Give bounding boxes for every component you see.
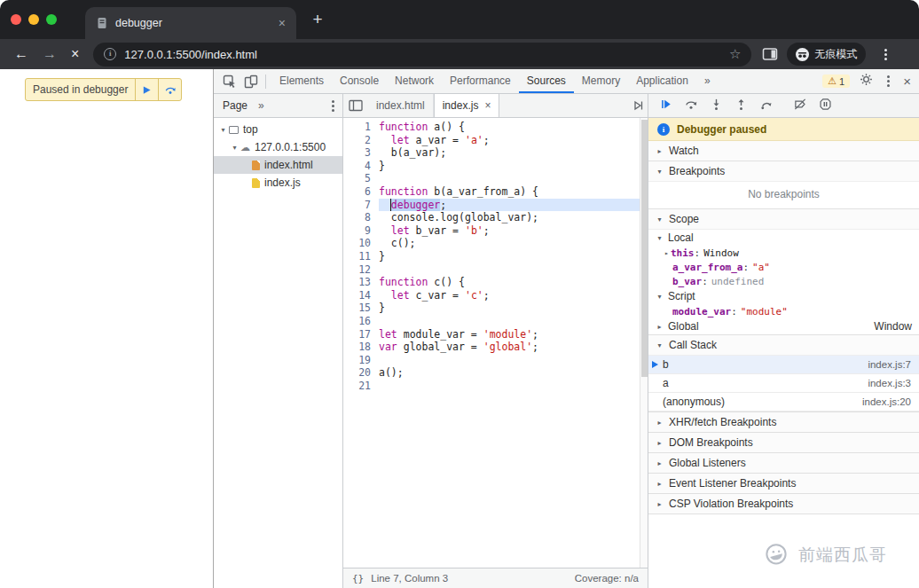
editor-overflow-icon[interactable]	[632, 94, 648, 117]
scope-variable-b-var[interactable]: b_var: undefined	[648, 274, 919, 288]
line-number[interactable]: 7	[343, 199, 379, 212]
stop-loading-icon[interactable]: ×	[71, 46, 79, 62]
line-number[interactable]: 1	[343, 121, 379, 134]
new-tab-button[interactable]: +	[307, 9, 328, 30]
step-icon[interactable]	[759, 98, 774, 114]
scope-variable-a-var-from-a[interactable]: a_var_from_a: "a"	[648, 260, 919, 274]
line-number[interactable]: 9	[343, 224, 379, 238]
code-text[interactable]	[379, 354, 640, 367]
code-text[interactable]: function c() {	[379, 276, 640, 289]
minimize-window-button[interactable]	[28, 14, 39, 25]
line-number[interactable]: 5	[343, 172, 379, 185]
code-text[interactable]: let a_var = 'a';	[379, 134, 640, 147]
line-number[interactable]: 11	[343, 250, 379, 263]
line-number[interactable]: 6	[343, 185, 379, 199]
step-into-icon[interactable]	[710, 98, 723, 114]
devtools-tab-performance[interactable]: Performance	[442, 69, 519, 93]
tree-item-index-js[interactable]: index.js	[214, 174, 342, 192]
overlay-step-over-button[interactable]	[158, 78, 181, 101]
navigator-tab-page[interactable]: Page	[223, 99, 247, 112]
browser-tab[interactable]: debugger ×	[85, 7, 296, 39]
section-header-dom-breakpoints[interactable]: ▸DOM Breakpoints	[648, 433, 919, 452]
line-number[interactable]: 12	[343, 263, 379, 277]
code-text[interactable]: c();	[379, 237, 640, 250]
scope-variable-this[interactable]: ▸this: Window	[648, 246, 919, 260]
tree-item-127-0-0-1-5500[interactable]: ▾☁127.0.0.1:5500	[214, 138, 342, 156]
overlay-resume-button[interactable]	[135, 78, 158, 101]
editor-scrollbar[interactable]	[640, 118, 648, 568]
code-text[interactable]: a();	[379, 366, 640, 380]
scope-group-local[interactable]: ▾Local	[648, 230, 919, 246]
devtools-tab-application[interactable]: Application	[628, 69, 696, 93]
line-number[interactable]: 3	[343, 146, 379, 160]
editor-tab-index-html[interactable]: index.html	[368, 94, 434, 117]
line-number[interactable]: 16	[343, 315, 379, 328]
code-text[interactable]	[379, 380, 640, 393]
watch-section-header[interactable]: ▸ Watch	[648, 141, 919, 161]
line-number[interactable]: 18	[343, 341, 379, 354]
bookmark-star-icon[interactable]: ☆	[729, 46, 741, 62]
code-text[interactable]: function b(a_var_from_a) {	[379, 185, 640, 199]
call-stack-frame-a[interactable]: aindex.js:3	[648, 374, 919, 393]
code-text[interactable]	[379, 315, 640, 328]
code-text[interactable]: b(a_var);	[379, 146, 640, 160]
call-stack-frame-anonymous[interactable]: (anonymous)index.js:20	[648, 393, 919, 412]
code-text[interactable]: let b_var = 'b';	[379, 224, 640, 238]
code-text[interactable]: }	[379, 250, 640, 263]
navigator-menu-icon[interactable]	[326, 98, 339, 114]
code-text[interactable]: }	[379, 302, 640, 315]
section-header-csp-violation-breakpoints[interactable]: ▸CSP Violation Breakpoints	[648, 494, 919, 514]
devtools-tab-console[interactable]: Console	[332, 69, 387, 93]
line-number[interactable]: 21	[343, 380, 379, 393]
devtools-tab-network[interactable]: Network	[387, 69, 442, 93]
code-text[interactable]: console.log(global_var);	[379, 211, 640, 224]
devtools-tab-elements[interactable]: Elements	[271, 69, 332, 93]
close-tab-icon[interactable]: ×	[484, 99, 491, 112]
tab-close-icon[interactable]: ×	[279, 16, 286, 30]
step-over-icon[interactable]	[684, 98, 698, 114]
section-header-event-listener-breakpoints[interactable]: ▸Event Listener Breakpoints	[648, 474, 919, 493]
side-panel-icon[interactable]	[762, 47, 778, 61]
devtools-settings-gear-icon[interactable]	[860, 73, 873, 90]
line-number[interactable]: 13	[343, 276, 379, 289]
call-stack-frame-b[interactable]: bindex.js:7	[648, 356, 919, 374]
line-number[interactable]: 20	[343, 366, 379, 380]
scrollbar-thumb[interactable]	[641, 120, 648, 377]
line-number[interactable]: 8	[343, 211, 379, 224]
call-stack-section-header[interactable]: ▾ Call Stack	[648, 335, 919, 355]
line-number[interactable]: 10	[343, 237, 379, 250]
editor-tab-index-js[interactable]: index.js×	[434, 94, 500, 117]
devtools-tab-memory[interactable]: Memory	[574, 69, 628, 93]
url-bar[interactable]: i 127.0.0.1:5500/index.html ☆	[93, 43, 751, 67]
tree-item-index-html[interactable]: index.html	[214, 156, 342, 174]
devtools-close-icon[interactable]: ×	[903, 74, 911, 89]
section-header-global-listeners[interactable]: ▸Global Listeners	[648, 453, 919, 473]
deactivate-breakpoints-icon[interactable]	[793, 98, 807, 114]
code-text[interactable]: debugger;	[379, 199, 640, 212]
navigator-tabs-overflow[interactable]: »	[258, 99, 264, 112]
site-info-icon[interactable]: i	[104, 48, 116, 60]
tree-item-top[interactable]: ▾top	[214, 121, 342, 138]
forward-icon[interactable]: →	[43, 46, 57, 62]
scope-group-global[interactable]: ▸GlobalWindow	[648, 318, 919, 334]
code-text[interactable]	[379, 263, 640, 277]
browser-menu-icon[interactable]	[878, 47, 892, 62]
issues-warning-badge[interactable]: ⚠ 1	[822, 74, 850, 88]
scope-variable-module-var[interactable]: module_var: "module"	[648, 304, 919, 318]
line-number[interactable]: 15	[343, 302, 379, 315]
code-text[interactable]: let c_var = 'c';	[379, 289, 640, 302]
line-number[interactable]: 14	[343, 289, 379, 302]
code-text[interactable]: var global_var = 'global';	[379, 341, 640, 354]
line-number[interactable]: 17	[343, 328, 379, 341]
pretty-print-icon[interactable]: {}	[352, 573, 364, 584]
resume-script-icon[interactable]	[659, 98, 672, 114]
code-text[interactable]: function a() {	[379, 121, 640, 134]
zoom-window-button[interactable]	[46, 14, 57, 25]
close-window-button[interactable]	[11, 14, 21, 25]
back-icon[interactable]: ←	[14, 46, 28, 62]
code-text[interactable]: let module_var = 'module';	[379, 328, 640, 341]
line-number[interactable]: 2	[343, 134, 379, 147]
devtools-tab-sources[interactable]: Sources	[519, 69, 574, 93]
breakpoints-section-header[interactable]: ▾ Breakpoints	[648, 161, 919, 181]
scope-group-script[interactable]: ▾Script	[648, 288, 919, 304]
